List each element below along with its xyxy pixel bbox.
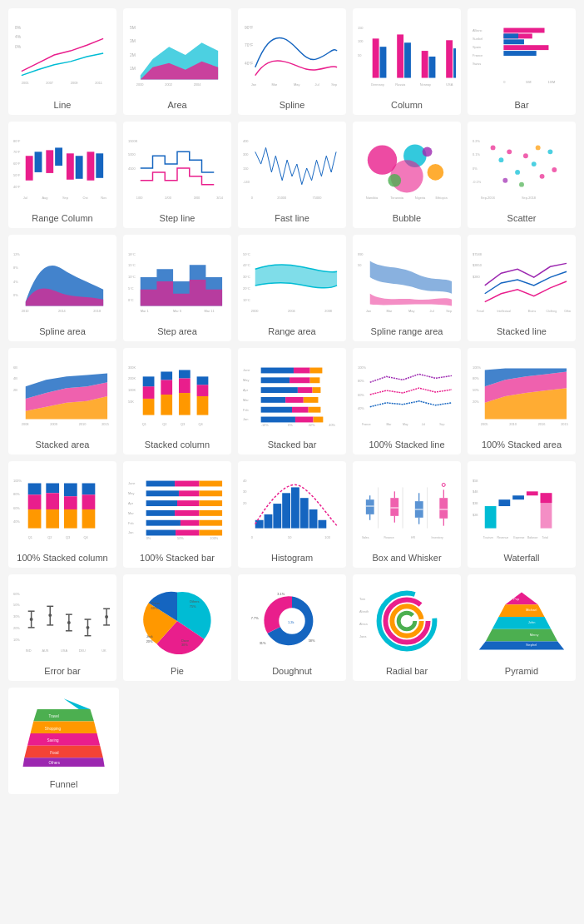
chart-card-range-area[interactable]: 50°C 42°C 30°C 20°C 10°C 2000 2004 2008 … — [238, 235, 346, 341]
svg-text:10°C: 10°C — [243, 298, 250, 302]
svg-text:1M: 1M — [130, 67, 136, 71]
svg-rect-194 — [310, 377, 320, 383]
chart-card-column[interactable]: 150 100 50 Germany Russia Norway USA Col… — [353, 8, 461, 115]
chart-card-stacked-area[interactable]: 6B 4B 2B 2008 2009 2010 2015 Stacked are… — [8, 348, 116, 455]
svg-text:Spain: Spain — [473, 45, 481, 49]
svg-text:60%: 60% — [151, 606, 158, 610]
svg-text:Saving: Saving — [47, 738, 59, 743]
chart-card-100-stacked-bar[interactable]: June May Apr Mar Feb Jan — [123, 461, 231, 568]
svg-text:Jul: Jul — [315, 82, 319, 87]
chart-card-100-stacked-column[interactable]: 100% 80% 60% 40% Q1 Q2 Q3 Q4 — [8, 461, 116, 568]
svg-text:3M: 3M — [130, 39, 136, 43]
chart-card-stacked-line[interactable]: $7588 $2850 $280 Fossil Intellectual Bio… — [468, 235, 576, 341]
svg-text:20°C: 20°C — [243, 286, 250, 291]
chart-card-step-area[interactable]: 18°C 15°C 10°C 5°C 0°C Mar 1 Mar 6 Mar 1… — [123, 235, 231, 341]
svg-text:$38: $38 — [473, 501, 478, 505]
svg-rect-296 — [366, 499, 374, 514]
svg-text:20: 20 — [243, 501, 247, 505]
chart-card-doughnut[interactable]: 3.1% 7.7% 31% 58% 1.2k Doughnut — [238, 574, 346, 681]
chart-card-stacked-column[interactable]: 300K 200K 100K 50K Q1 Q2 Q3 Q4 — [123, 348, 231, 455]
chart-card-histogram[interactable]: 40 30 20 0 50 100 Histogram — [238, 461, 346, 568]
chart-card-scatter[interactable]: 0.2% 0.1% 0% -0.1% Sep-2016 Sep-2018 — [468, 122, 576, 228]
svg-point-99 — [491, 145, 496, 150]
chart-card-100-stacked-area[interactable]: 100% 80% 50% 20% 2005 2010 2016 2015 100… — [468, 348, 576, 455]
chart-card-bar[interactable]: Allianc Sunbel Spain France Swiss 0 5/M … — [468, 8, 576, 115]
svg-text:Russia: Russia — [395, 82, 406, 87]
chart-card-bubble[interactable]: Namibia Tanzania Nigeria Ethiopia Bubble — [353, 122, 461, 228]
svg-text:3/00: 3/00 — [194, 196, 200, 200]
svg-text:0%: 0% — [13, 293, 18, 297]
chart-card-line[interactable]: 8% 4% 0% 2005 2007 2009 2011 Line — [8, 8, 116, 115]
svg-text:50: 50 — [288, 535, 292, 539]
svg-rect-204 — [261, 417, 295, 423]
svg-text:Jack: Jack — [146, 634, 153, 638]
svg-text:2018: 2018 — [93, 309, 101, 313]
chart-card-step-line[interactable]: 1500K 5000 4500 1/00 2/00 3/00 3/14 Step… — [123, 122, 231, 228]
chart-card-radial-bar[interactable]: Tom Aleath Alexa Jana Radial bar — [353, 574, 461, 681]
chart-label-line: Line — [54, 100, 72, 110]
svg-text:300: 300 — [243, 152, 249, 156]
svg-text:2009: 2009 — [71, 81, 78, 85]
svg-text:50%: 50% — [473, 388, 479, 392]
chart-label-error-bar: Error bar — [44, 666, 80, 676]
chart-card-stacked-bar[interactable]: June May Apr Mar Feb Jan — [238, 348, 346, 455]
svg-text:4%: 4% — [13, 280, 18, 284]
svg-rect-322 — [512, 495, 524, 499]
chart-card-range-column[interactable]: 80°F 70°F 60°F 50°F 40°F Jul Aug Sep Oct… — [8, 122, 116, 228]
svg-text:50K: 50K — [128, 400, 134, 404]
svg-text:100%: 100% — [13, 479, 22, 483]
svg-text:2009: 2009 — [50, 422, 57, 426]
svg-text:50: 50 — [358, 263, 362, 267]
svg-text:Sales: Sales — [362, 536, 369, 539]
chart-card-box-whisker[interactable]: Sales Finance HR Inventory Box and Whisk… — [353, 461, 461, 568]
svg-text:10/M: 10/M — [547, 80, 555, 84]
svg-text:France: France — [473, 53, 483, 57]
svg-text:HR: HR — [411, 536, 415, 539]
svg-rect-286 — [300, 498, 309, 528]
svg-point-106 — [547, 149, 552, 154]
svg-text:2010: 2010 — [22, 309, 30, 313]
chart-card-spline-area[interactable]: 12% 8% 4% 0% 2010 2014 2018 Spline area — [8, 235, 116, 341]
chart-card-area[interactable]: 5M 3M 2M 1M 2000 2002 2004 Area — [123, 8, 231, 115]
svg-text:20%: 20% — [473, 400, 479, 404]
svg-rect-262 — [200, 490, 223, 496]
svg-text:100: 100 — [358, 39, 364, 43]
chart-card-error-bar[interactable]: 60% 50% 30% 20% 10% — [8, 574, 116, 681]
svg-text:400: 400 — [243, 139, 249, 143]
svg-text:Mar: Mar — [271, 82, 277, 87]
chart-card-funnel[interactable]: Online Travel Shopping Saving Food Other… — [8, 688, 119, 794]
svg-rect-238 — [46, 484, 59, 494]
chart-label-bar: Bar — [514, 100, 528, 110]
svg-rect-287 — [309, 509, 318, 529]
svg-text:June: June — [128, 481, 136, 485]
svg-rect-266 — [146, 510, 175, 516]
svg-text:DEU: DEU — [79, 648, 86, 653]
svg-text:0: 0 — [251, 535, 254, 539]
chart-card-spline-range-area[interactable]: 990 50 Jan Mar May Jul Sep Spline range … — [353, 235, 461, 341]
svg-point-355 — [105, 615, 108, 618]
chart-card-spline[interactable]: 90°F 70°F 40°F Jan Mar May Jul Sep Splin… — [238, 8, 346, 115]
svg-rect-171 — [161, 380, 172, 395]
svg-text:100%: 100% — [473, 365, 482, 370]
chart-card-fast-line[interactable]: 400 300 150 -140 0 25000 75000 Fast line — [238, 122, 346, 228]
svg-rect-323 — [527, 491, 538, 495]
chart-card-waterfall[interactable]: $58 $48 $38 $28 Tourism Revenue Expense … — [468, 461, 576, 568]
svg-text:30%: 30% — [13, 614, 20, 618]
svg-text:Intellectual: Intellectual — [497, 310, 512, 313]
svg-text:60%: 60% — [13, 592, 20, 596]
chart-card-pyramid[interactable]: Pop Michael John Mercy Stephel Pyramid — [468, 574, 576, 681]
svg-text:Revenue: Revenue — [497, 536, 509, 539]
svg-rect-259 — [200, 481, 223, 487]
svg-rect-33 — [446, 40, 453, 77]
svg-marker-387 — [479, 642, 564, 650]
svg-text:2015: 2015 — [561, 422, 569, 426]
chart-card-100-stacked-line[interactable]: 100% 80% 60% 40% France Mar May Jul Sep … — [353, 348, 461, 455]
svg-text:5M: 5M — [130, 26, 136, 30]
svg-rect-177 — [197, 385, 209, 396]
svg-text:Nov: Nov — [101, 196, 106, 200]
svg-text:42°C: 42°C — [243, 263, 250, 267]
chart-card-pie[interactable]: Others 75% Dave 30% Jack 20% Diana 60% P… — [123, 574, 231, 681]
svg-text:Ethiopia: Ethiopia — [435, 196, 448, 200]
svg-text:Fossil: Fossil — [477, 310, 484, 313]
svg-point-351 — [87, 626, 90, 629]
